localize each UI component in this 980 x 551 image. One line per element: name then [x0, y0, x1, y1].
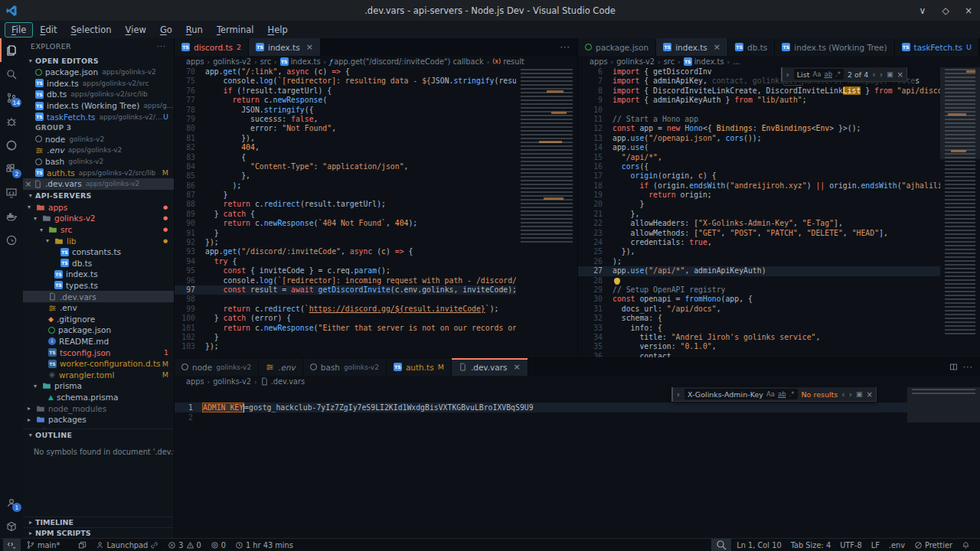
code-line-98[interactable]: 98 — [175, 295, 516, 304]
menu-go[interactable]: Go — [153, 22, 179, 37]
tree-item-golinks-v2[interactable]: ▾golinks-v2● — [23, 213, 174, 224]
status-tab-size[interactable]: Tab Size: 4 — [787, 539, 835, 551]
find-in-selection-icon[interactable]: ▣ — [856, 390, 863, 398]
activity-manage-icon[interactable] — [0, 514, 23, 538]
window-chevron-down-icon[interactable]: ∨ — [911, 0, 934, 21]
menu-help[interactable]: Help — [261, 22, 295, 37]
tab-index.ts[interactable]: TSindex.ts× — [656, 38, 728, 56]
code-line-89[interactable]: 89 } catch { — [175, 210, 516, 219]
code-line-23[interactable]: 23 allowMethods: ["GET", "POST", "PATCH"… — [578, 229, 940, 238]
tree-item-readme.md[interactable]: iREADME.md — [23, 336, 174, 347]
whole-word-icon[interactable]: ab — [824, 70, 832, 78]
tab-index.ts[interactable]: TSindex.ts× — [249, 38, 321, 56]
code-line-10[interactable]: 10 — [578, 106, 940, 115]
activity-github-icon[interactable] — [0, 133, 23, 157]
tree-item-prisma[interactable]: ▾prisma — [23, 380, 174, 392]
find-previous-icon[interactable]: ‹ — [841, 390, 844, 399]
open-editor-taskfetch.ts[interactable]: TStaskFetch.tsapps/golinks-v2/src/e...U — [23, 111, 174, 122]
menu-run[interactable]: Run — [179, 22, 210, 37]
code-line-84[interactable]: 84 "Content-Type": "application/json", — [175, 162, 516, 171]
breadcrumb-item[interactable]: (x)result — [492, 57, 524, 66]
breadcrumb-item[interactable]: ... — [733, 57, 740, 66]
breadcrumb-item[interactable]: golinks-v2 — [213, 57, 251, 66]
tree-item-package.json[interactable]: package.json — [23, 324, 174, 336]
tree-item-constants.ts[interactable]: TSconstants.ts — [23, 246, 174, 258]
activity-remote-explorer-icon[interactable] — [0, 181, 23, 204]
find-next-icon[interactable]: › — [880, 70, 883, 80]
status-encoding[interactable]: UTF-8 — [836, 539, 866, 551]
code-line-79[interactable]: 79 sucesss: false, — [175, 115, 516, 124]
activity-explorer-icon[interactable] — [0, 38, 23, 62]
code-line-1[interactable]: 1ADMIN_KEY=gostg_hackclub-7yIz7ZgIy7eS9L… — [175, 403, 907, 412]
tree-item-schema.prisma[interactable]: ▲schema.prisma — [23, 392, 174, 403]
menu-terminal[interactable]: Terminal — [210, 22, 261, 37]
find-in-selection-icon[interactable]: ▣ — [887, 70, 893, 78]
code-line-29[interactable]: 29// Setup OpenAPI registry — [578, 285, 940, 295]
code-line-16[interactable]: 16 cors({ — [578, 162, 940, 171]
tab-node[interactable]: nodegolinks-v2 — [175, 358, 259, 376]
toggle-replace-icon[interactable]: › — [676, 390, 681, 399]
code-line-8[interactable]: 8import { DiscordInviteLinkCreate, Disco… — [578, 86, 940, 96]
breadcrumb-item[interactable]: apps — [186, 377, 204, 386]
close-icon[interactable]: × — [867, 390, 873, 399]
code-line-86[interactable]: 86 ); — [175, 181, 516, 191]
tree-item-worker-configuration.d.ts[interactable]: TSworker-configuration.d.tsM — [23, 358, 174, 370]
code-line-76[interactable]: 76 if (!result.targetUrl) { — [175, 86, 516, 96]
code-line-20[interactable]: 20 } — [578, 200, 940, 209]
code-line-99[interactable]: 99 return c.redirect(`https://discord.gg… — [175, 305, 516, 314]
code-line-34[interactable]: 34 title: "Andrei Jiroh's golinks servic… — [578, 333, 940, 342]
open-editor-.env[interactable]: .envapps/golinks-v2 — [23, 145, 174, 156]
code-line-17[interactable]: 17 origin(origin, c) { — [578, 171, 940, 181]
tree-item-.dev.vars[interactable]: .dev.vars — [23, 291, 174, 302]
tab-.env[interactable]: .env — [259, 358, 303, 376]
status-notifications[interactable] — [958, 539, 974, 551]
regex-icon[interactable]: .* — [789, 390, 795, 398]
code-line-100[interactable]: 100 } catch (error) { — [175, 314, 516, 323]
tab-bash[interactable]: bashgolinks-v2 — [303, 358, 387, 376]
open-editor-index.ts-working-tree-[interactable]: TSindex.ts (Working Tree)apps/golinks-v.… — [23, 100, 174, 112]
code-editor[interactable]: 6import { getDiscordInv7import { adminAp… — [578, 67, 940, 357]
status-sync[interactable] — [65, 539, 73, 551]
activity-accounts-icon[interactable]: 1 — [0, 491, 23, 514]
code-line-93[interactable]: 93app.get("/discord/:inviteCode", async … — [175, 247, 516, 256]
activity-source-control-icon[interactable]: 14 — [0, 86, 23, 109]
code-line-32[interactable]: 32 schema: { — [578, 314, 940, 323]
code-editor[interactable]: 1ADMIN_KEY=gostg_hackclub-7yIz7ZgIy7eS9L… — [175, 387, 907, 538]
breadcrumb[interactable]: apps›golinks-v2›src›TSindex.ts›ƒapp.get(… — [175, 56, 577, 67]
status-launchpad[interactable]: Launchpad — [92, 539, 162, 551]
npm-scripts-header[interactable]: ▸NPM SCRIPTS — [23, 527, 174, 538]
tree-item-wrangler.toml[interactable]: wrangler.tomlM — [23, 369, 174, 380]
code-line-95[interactable]: 95 const { inviteCode } = c.req.param(); — [175, 266, 516, 276]
breadcrumb[interactable]: apps›golinks-v2›src›TSindex.ts›... — [578, 56, 980, 67]
tree-item-index.ts[interactable]: TSindex.ts — [23, 269, 174, 280]
status-eol[interactable]: LF — [867, 539, 884, 551]
code-line-85[interactable]: 85 }, — [175, 171, 516, 181]
breadcrumb-item[interactable]: golinks-v2 — [213, 377, 251, 386]
tree-item-types.ts[interactable]: TStypes.ts — [23, 280, 174, 292]
tab-.dev.vars[interactable]: .dev.vars× — [452, 358, 528, 376]
code-line-80[interactable]: 80 error: "Not Found", — [175, 124, 516, 133]
status-search-mode[interactable] — [711, 539, 731, 551]
status-prettier[interactable]: Prettier — [910, 539, 956, 551]
close-icon[interactable]: × — [897, 70, 903, 79]
open-editors-header[interactable]: ▾OPEN EDITORS — [23, 54, 174, 67]
activity-search-icon[interactable] — [0, 62, 23, 86]
find-next-icon[interactable]: › — [849, 390, 852, 399]
find-input[interactable]: X-Golinks-Admin-KeyAaab.* — [684, 389, 797, 399]
regex-icon[interactable]: .* — [835, 70, 841, 78]
find-input[interactable]: ListAaab.* — [794, 69, 844, 80]
code-line-96[interactable]: 96 console.log(`[redirector]: incoming r… — [175, 276, 516, 285]
sidebar-more-actions-icon[interactable]: ··· — [157, 42, 166, 51]
more-actions-icon[interactable]: ··· — [560, 42, 571, 52]
code-line-83[interactable]: 83 { — [175, 153, 516, 162]
tab-auth.ts[interactable]: TSauth.tsM — [387, 358, 452, 376]
status-remote-indicator[interactable] — [3, 539, 21, 551]
breadcrumb-item[interactable]: apps — [186, 57, 204, 66]
code-line-88[interactable]: 88 return c.redirect(result.targetUrl); — [175, 200, 516, 209]
close-icon[interactable]: × — [714, 42, 720, 52]
menu-file[interactable]: File — [5, 22, 33, 37]
code-line-90[interactable]: 90 return c.newResponse(`404 Not Found`,… — [175, 219, 516, 228]
tab-taskfetch.ts[interactable]: TStaskFetch.tsU — [895, 38, 979, 56]
code-line-21[interactable]: 21 }, — [578, 210, 940, 219]
open-editor-db.ts[interactable]: TSdb.tsapps/golinks-v2/src/lib — [23, 89, 174, 100]
